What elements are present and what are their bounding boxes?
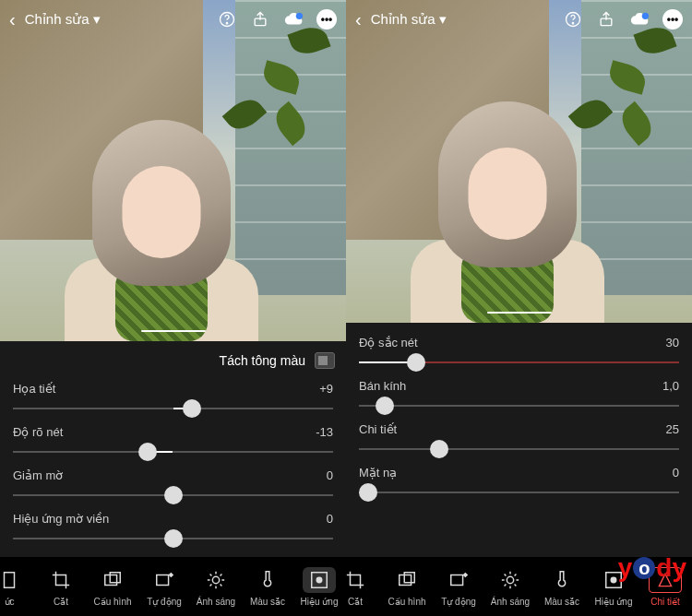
slider-value: 0 [327,468,333,482]
svg-point-18 [507,576,513,583]
slider-label: Họa tiết [13,382,55,396]
svg-rect-15 [400,575,412,585]
dropdown-caret-icon: ▾ [439,11,447,28]
more-icon[interactable]: ••• [316,9,337,30]
slider-value: 1,0 [662,379,679,393]
svg-point-3 [296,13,303,19]
radius-slider[interactable] [359,397,679,415]
cloud-icon[interactable] [283,9,304,30]
photo-preview[interactable] [346,0,692,323]
svg-rect-7 [157,575,169,585]
share-icon[interactable] [596,9,616,30]
drawer-handle-icon[interactable] [487,312,552,314]
dehaze-slider[interactable] [13,486,333,504]
slider-label: Chi tiết [359,422,397,436]
svg-rect-16 [404,572,414,582]
clarity-slider[interactable] [13,443,333,461]
cloud-icon[interactable] [629,9,650,30]
svg-rect-4 [5,572,15,587]
nav-item-partial[interactable]: ức [0,567,35,607]
slider-value: 25 [666,422,679,436]
texture-slider[interactable] [13,399,333,418]
page-title-text: Chỉnh sửa [25,11,89,28]
svg-point-8 [212,576,219,583]
slider-label: Bán kính [359,379,406,393]
slider-label: Mặt nạ [359,466,397,480]
page-title[interactable]: Chỉnh sửa ▾ [371,11,447,28]
help-icon[interactable] [217,9,237,30]
svg-point-20 [611,577,616,583]
page-title-text: Chỉnh sửa [371,11,435,28]
back-icon[interactable]: ‹ [355,9,362,30]
slider-label: Độ rõ nét [13,425,63,439]
nav-item-auto[interactable]: Tự động [433,567,484,607]
nav-item-crop[interactable]: Cắt [35,567,87,607]
effects-controls: Tách tông màu Họa tiết +9 Độ rõ nét -13 [0,341,346,557]
svg-rect-17 [451,575,463,585]
split-toning-toggle-icon[interactable] [315,352,335,369]
nav-item-light[interactable]: Ánh sáng [484,567,536,607]
section-title[interactable]: Tách tông màu [220,353,305,368]
svg-rect-5 [105,575,117,585]
drawer-handle-icon[interactable] [141,330,206,333]
slider-label: Hiệu ứng mờ viền [13,512,109,526]
slider-label: Độ sắc nét [359,336,418,349]
nav-item-effects[interactable]: Hiệu ứng [293,567,345,607]
nav-item-light[interactable]: Ánh sáng [190,567,242,607]
nav-item-color[interactable]: Màu sắc [242,567,293,607]
more-icon[interactable]: ••• [662,9,683,30]
detail-controls: Độ sắc nét 30 Bán kính 1,0 Chi tiết 25 [346,323,692,557]
back-icon[interactable]: ‹ [9,9,16,30]
slider-value: 0 [327,512,333,526]
detail-slider[interactable] [359,440,679,458]
nav-item-auto[interactable]: Tự động [138,567,190,607]
slider-value: -13 [316,425,333,439]
nav-item-profiles[interactable]: Cấu hình [381,567,433,607]
nav-item-profiles[interactable]: Cấu hình [87,567,138,607]
masking-slider[interactable] [359,483,679,502]
nav-item-color[interactable]: Màu sắc [536,567,588,607]
nav-item-crop[interactable]: Cắt [346,567,381,607]
svg-rect-6 [110,572,120,582]
svg-point-14 [642,13,649,19]
watermark-logo: yody [618,553,686,583]
slider-label: Giảm mờ [13,468,63,482]
svg-point-10 [316,577,322,583]
vignette-slider[interactable] [13,529,333,548]
svg-point-12 [572,23,573,24]
slider-value: 30 [666,336,679,349]
bottom-nav: ức Cắt Cấu hình Tự động Ánh sáng Màu sắc… [0,557,346,616]
share-icon[interactable] [250,9,270,30]
help-icon[interactable] [563,9,583,30]
svg-point-1 [226,23,227,24]
photo-preview[interactable] [0,0,346,341]
slider-value: 0 [673,466,679,480]
slider-value: +9 [319,382,333,396]
page-title[interactable]: Chỉnh sửa ▾ [25,11,101,28]
sharpening-slider[interactable] [359,353,679,372]
dropdown-caret-icon: ▾ [93,11,101,28]
